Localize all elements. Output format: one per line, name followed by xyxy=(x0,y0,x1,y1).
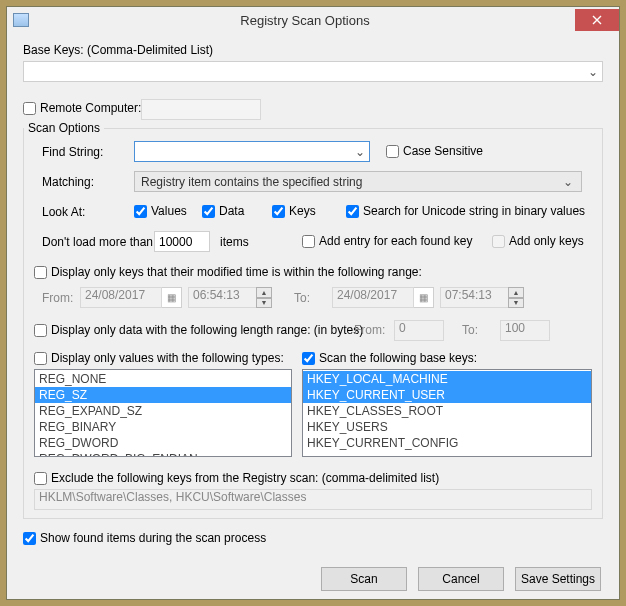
chevron-down-icon: ⌄ xyxy=(355,145,365,159)
data-label: Data xyxy=(219,204,244,218)
exclude-checkbox[interactable] xyxy=(34,472,47,485)
list-item[interactable]: REG_NONE xyxy=(35,371,291,387)
dont-load-input[interactable] xyxy=(154,231,210,252)
len-range-checkbox[interactable] xyxy=(34,324,47,337)
window-title: Registry Scan Options xyxy=(35,13,575,28)
case-sensitive-checkbox[interactable] xyxy=(386,145,399,158)
base-scan-list[interactable]: HKEY_LOCAL_MACHINEHKEY_CURRENT_USERHKEY_… xyxy=(302,369,592,457)
mod-time-checkbox[interactable] xyxy=(34,266,47,279)
exclude-input[interactable]: HKLM\Software\Classes, HKCU\Software\Cla… xyxy=(34,489,592,510)
exclude-label: Exclude the following keys from the Regi… xyxy=(51,471,439,485)
to-time-input[interactable]: 07:54:13 xyxy=(440,287,508,308)
look-at-label: Look At: xyxy=(42,205,85,219)
scan-button[interactable]: Scan xyxy=(321,567,407,591)
remote-computer-checkbox[interactable] xyxy=(23,102,36,115)
calendar-icon[interactable]: ▦ xyxy=(414,287,434,308)
cancel-button[interactable]: Cancel xyxy=(418,567,504,591)
base-keys-combo[interactable]: ⌄ xyxy=(23,61,603,82)
list-item[interactable]: HKEY_CLASSES_ROOT xyxy=(303,403,591,419)
dont-load-label2: items xyxy=(220,235,249,249)
titlebar[interactable]: Registry Scan Options xyxy=(7,7,619,33)
base-keys-label: Base Keys: (Comma-Delimited List) xyxy=(23,43,213,57)
close-icon xyxy=(592,15,602,25)
case-sensitive-label: Case Sensitive xyxy=(403,144,483,158)
len-to-input[interactable]: 100 xyxy=(500,320,550,341)
show-found-label: Show found items during the scan process xyxy=(40,531,266,545)
matching-combo[interactable]: Registry item contains the specified str… xyxy=(134,171,582,192)
len-to-label: To: xyxy=(462,323,478,337)
base-scan-label: Scan the following base keys: xyxy=(319,351,477,365)
keys-checkbox[interactable] xyxy=(272,205,285,218)
scan-options-legend: Scan Options xyxy=(24,121,104,135)
base-scan-checkbox[interactable] xyxy=(302,352,315,365)
remote-computer-input[interactable] xyxy=(141,99,261,120)
mod-time-label: Display only keys that their modified ti… xyxy=(51,265,422,279)
list-item[interactable]: HKEY_USERS xyxy=(303,419,591,435)
values-label: Values xyxy=(151,204,187,218)
list-item[interactable]: REG_EXPAND_SZ xyxy=(35,403,291,419)
data-checkbox[interactable] xyxy=(202,205,215,218)
unicode-label: Search for Unicode string in binary valu… xyxy=(363,204,585,218)
keys-label: Keys xyxy=(289,204,316,218)
len-from-input[interactable]: 0 xyxy=(394,320,444,341)
val-types-list[interactable]: REG_NONEREG_SZREG_EXPAND_SZREG_BINARYREG… xyxy=(34,369,292,457)
matching-value: Registry item contains the specified str… xyxy=(141,175,362,189)
list-item[interactable]: REG_DWORD xyxy=(35,435,291,451)
to-label: To: xyxy=(294,291,310,305)
remote-computer-label: Remote Computer: xyxy=(40,101,141,115)
scan-options-group: Scan Options Find String: ⌄ Case Sensiti… xyxy=(23,121,603,519)
calendar-icon[interactable]: ▦ xyxy=(162,287,182,308)
list-item[interactable]: HKEY_CURRENT_USER xyxy=(303,387,591,403)
list-item[interactable]: HKEY_LOCAL_MACHINE xyxy=(303,371,591,387)
add-entry-checkbox[interactable] xyxy=(302,235,315,248)
list-item[interactable]: REG_DWORD_BIG_ENDIAN xyxy=(35,451,291,457)
chevron-down-icon: ⌄ xyxy=(588,65,598,79)
val-types-label: Display only values with the following t… xyxy=(51,351,284,365)
dont-load-label1: Don't load more than xyxy=(42,235,153,249)
add-only-keys-checkbox xyxy=(492,235,505,248)
unicode-checkbox[interactable] xyxy=(346,205,359,218)
find-string-label: Find String: xyxy=(42,145,103,159)
find-string-combo[interactable]: ⌄ xyxy=(134,141,370,162)
list-item[interactable]: REG_SZ xyxy=(35,387,291,403)
from-label: From: xyxy=(42,291,73,305)
val-types-checkbox[interactable] xyxy=(34,352,47,365)
list-item[interactable]: REG_BINARY xyxy=(35,419,291,435)
window: Registry Scan Options Base Keys: (Comma-… xyxy=(6,6,620,600)
show-found-checkbox[interactable] xyxy=(23,532,36,545)
add-entry-label: Add entry for each found key xyxy=(319,234,472,248)
to-date-input[interactable]: 24/08/2017 xyxy=(332,287,414,308)
from-date-input[interactable]: 24/08/2017 xyxy=(80,287,162,308)
chevron-down-icon: ⌄ xyxy=(563,175,573,189)
add-only-keys-label: Add only keys xyxy=(509,234,584,248)
to-time-spinner[interactable]: ▲▼ xyxy=(508,287,524,308)
matching-label: Matching: xyxy=(42,175,94,189)
len-range-label: Display only data with the following len… xyxy=(51,323,363,337)
list-item[interactable]: HKEY_CURRENT_CONFIG xyxy=(303,435,591,451)
len-from-label: From: xyxy=(354,323,385,337)
app-icon xyxy=(13,13,29,27)
close-button[interactable] xyxy=(575,9,619,31)
from-time-spinner[interactable]: ▲▼ xyxy=(256,287,272,308)
values-checkbox[interactable] xyxy=(134,205,147,218)
save-settings-button[interactable]: Save Settings xyxy=(515,567,601,591)
from-time-input[interactable]: 06:54:13 xyxy=(188,287,256,308)
